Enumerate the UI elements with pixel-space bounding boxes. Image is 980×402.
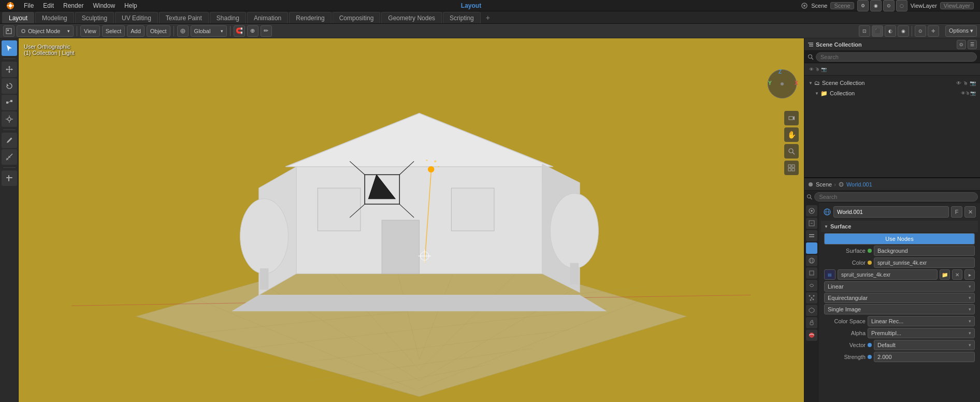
tab-scene-properties[interactable] (806, 242, 817, 254)
gizmo-circle[interactable]: Z X Y (768, 69, 797, 98)
tool-rotate[interactable] (2, 78, 17, 94)
strength-number-field[interactable]: 2.000 (874, 352, 975, 362)
file-options-btn[interactable]: ▸ (964, 269, 975, 280)
surface-dot[interactable] (868, 249, 872, 253)
restrict-icon[interactable]: 🖱 (963, 80, 968, 86)
file-unlink-btn[interactable]: ✕ (952, 269, 962, 280)
tab-modifier-properties[interactable] (806, 280, 817, 291)
editor-type-icon[interactable] (3, 25, 15, 37)
vector-dot[interactable] (868, 343, 872, 347)
vp-zoom-camera[interactable] (784, 144, 799, 159)
options-button[interactable]: Options ▾ (945, 25, 977, 37)
tab-render-properties[interactable] (806, 205, 817, 217)
viewlayer-dropdown[interactable]: ViewLayer (940, 2, 974, 9)
transform-space-dropdown[interactable]: Global (191, 25, 227, 37)
world-fake-user-btn[interactable]: F (951, 206, 962, 218)
file-preview-thumbnail[interactable]: ▤ (824, 269, 835, 280)
add-menu[interactable]: Add (127, 25, 145, 37)
mode-dropdown[interactable]: Object Mode (17, 25, 74, 37)
tool-annotate[interactable] (2, 133, 17, 148)
viewport-solid[interactable]: ⬛ (872, 25, 883, 37)
tab-compositing[interactable]: Compositing (333, 12, 381, 23)
snap-magnet-icon[interactable]: 🧲 (234, 25, 245, 37)
object-menu[interactable]: Object (147, 25, 170, 37)
menu-edit[interactable]: Edit (39, 0, 58, 11)
menu-help[interactable]: Help (120, 0, 141, 11)
breadcrumb-world[interactable]: World.001 (846, 181, 872, 188)
view-menu[interactable]: View (80, 25, 100, 37)
surface-type-field[interactable]: Background (874, 246, 975, 256)
breadcrumb-scene[interactable]: Scene (816, 181, 832, 188)
strength-dot[interactable] (868, 355, 872, 359)
colorspace-dropdown[interactable]: Linear Rec... (868, 316, 975, 326)
tab-uv-editing[interactable]: UV Editing (115, 12, 158, 23)
outliner-item-collection[interactable]: ▼ 📁 Collection 👁🖱📷 (804, 88, 980, 98)
tool-transform[interactable] (2, 111, 17, 127)
alpha-dropdown[interactable]: Premultipl... (868, 328, 975, 338)
vp-camera-view[interactable] (784, 111, 799, 125)
outliner-item-scene-collection[interactable]: ▼ 🗂 Scene Collection 👁 🖱 📷 (804, 78, 980, 88)
add-workspace-button[interactable]: + (482, 12, 494, 23)
tab-texture-paint[interactable]: Texture Paint (159, 12, 209, 23)
render-engine-icon[interactable]: ⚙ (857, 0, 869, 11)
tool-measure[interactable] (2, 149, 17, 165)
menu-render[interactable]: Render (59, 0, 88, 11)
viewport-gizmo[interactable]: Z X Y (768, 69, 799, 101)
color-dot[interactable] (868, 261, 872, 265)
tab-physics-properties[interactable] (806, 305, 817, 316)
source-dropdown[interactable]: Single Image (824, 304, 975, 314)
vp-grid-view[interactable] (784, 161, 799, 175)
tab-shading[interactable]: Shading (210, 12, 246, 23)
outliner-view-icon[interactable]: ☰ (968, 40, 977, 49)
color-file-field[interactable]: spruit_sunrise_4k.exr (874, 257, 975, 268)
tool-select[interactable] (2, 40, 17, 56)
tab-particles-properties[interactable] (806, 292, 817, 304)
overlay-icon[interactable]: ⊙ (883, 0, 895, 11)
annotation-icon[interactable]: ✏ (261, 25, 272, 37)
viewport-shading-icon[interactable]: ◉ (870, 0, 882, 11)
tab-view-layer-properties[interactable] (806, 230, 817, 241)
surface-section-header[interactable]: ▼ Surface (821, 221, 978, 232)
proportional-edit-icon[interactable]: ⊕ (247, 25, 258, 37)
show-overlays-icon[interactable]: ⊙ (915, 25, 926, 37)
viewport-wireframe[interactable]: ⊡ (859, 25, 870, 37)
tab-geometry-nodes[interactable]: Geometry Nodes (381, 12, 442, 23)
tab-modeling[interactable]: Modeling (35, 12, 74, 23)
projection-dropdown[interactable]: Equirectangular (824, 293, 975, 303)
select-menu[interactable]: Select (102, 25, 125, 37)
outliner-search-input[interactable] (816, 52, 977, 62)
blender-logo-menu[interactable] (2, 0, 19, 11)
tab-rendering[interactable]: Rendering (289, 12, 331, 23)
show-gizmos-icon[interactable]: ✛ (928, 25, 939, 37)
transform-icon[interactable] (177, 25, 189, 37)
tab-layout[interactable]: Layout (2, 12, 34, 23)
tab-material-properties[interactable] (806, 329, 817, 341)
world-name-input[interactable] (833, 206, 949, 218)
tab-constraints-properties[interactable] (806, 317, 817, 328)
interpolation-dropdown[interactable]: Linear (824, 281, 975, 292)
visibility-icon[interactable]: 👁 (956, 80, 961, 86)
tool-scale[interactable] (2, 95, 17, 110)
tab-world-properties[interactable] (806, 255, 817, 266)
tab-animation[interactable]: Animation (247, 12, 288, 23)
tool-add-object[interactable] (2, 170, 17, 186)
tab-scripting[interactable]: Scripting (443, 12, 481, 23)
xray-icon[interactable]: ◌ (896, 0, 907, 11)
menu-window[interactable]: Window (89, 0, 119, 11)
outliner-restrict-columns[interactable]: 👁 🖱 📷 (808, 67, 828, 72)
outliner-filter-icon[interactable]: ⊙ (957, 40, 966, 49)
vector-dropdown[interactable]: Default (874, 340, 975, 350)
world-unlink-btn[interactable]: ✕ (964, 206, 976, 218)
viewport-rendered[interactable]: ◉ (898, 25, 909, 37)
file-path-field[interactable]: spruit_sunrise_4k.exr (838, 269, 938, 280)
collection-icons[interactable]: 👁🖱📷 (961, 91, 976, 96)
viewport-material[interactable]: ◐ (885, 25, 896, 37)
use-nodes-btn[interactable]: Use Nodes (824, 233, 975, 245)
tab-object-properties[interactable] (806, 267, 817, 279)
props-search-input[interactable] (814, 192, 978, 202)
tool-move[interactable] (2, 62, 17, 77)
tab-output-properties[interactable] (806, 218, 817, 229)
scene-dropdown[interactable]: Scene (830, 2, 854, 9)
vp-hand-tool[interactable]: ✋ (784, 127, 799, 142)
file-browse-btn[interactable]: 📁 (940, 269, 950, 280)
